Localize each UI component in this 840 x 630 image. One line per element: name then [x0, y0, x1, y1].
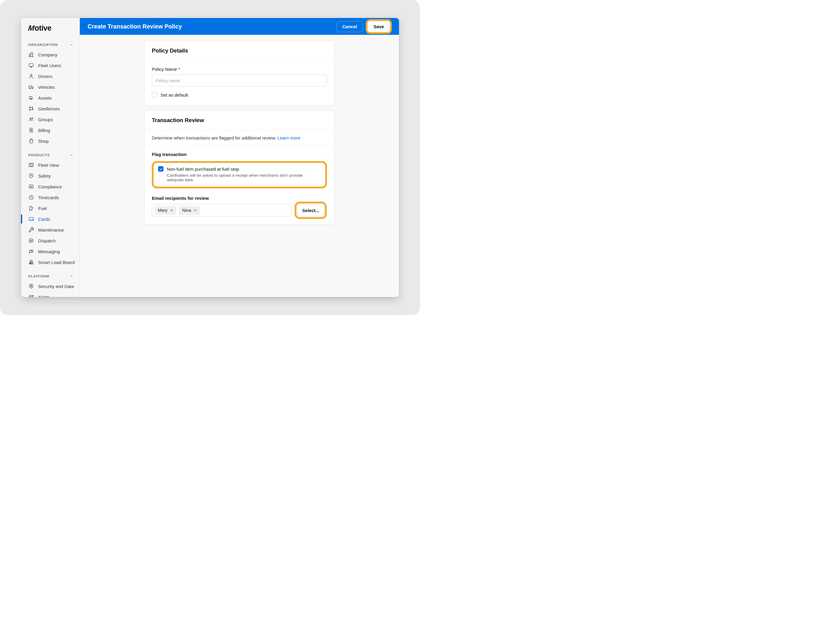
sidebar-item-alerts[interactable]: Alerts [21, 292, 79, 297]
desktop-background: Motive ORGANIZATIONCompanyFleet UsersDri… [0, 0, 420, 315]
sidebar-item-compliance[interactable]: Compliance [21, 181, 79, 192]
sidebar-item-label: Billing [38, 128, 50, 133]
sidebar-item-label: Messaging [38, 249, 60, 254]
billing-icon [28, 127, 34, 133]
maintenance-icon [28, 227, 34, 233]
policy-name-label: Policy Name * [152, 66, 327, 72]
sidebar-item-groups[interactable]: Groups [21, 114, 79, 125]
sidebar-section-label: PRODUCTS [28, 153, 50, 157]
sidebar-section-label: ORGANIZATION [28, 43, 58, 46]
compliance-icon [28, 183, 34, 189]
sidebar-nav: ORGANIZATIONCompanyFleet UsersDriversVeh… [21, 40, 79, 297]
sidebar-section-header-organization[interactable]: ORGANIZATION [21, 40, 79, 49]
chevron-up-icon [69, 43, 74, 47]
sidebar-section-products: PRODUCTSFleet ViewSafetyComplianceTimeca… [21, 151, 79, 268]
sidebar-item-messaging[interactable]: Messaging [21, 246, 79, 257]
sidebar-item-maintenance[interactable]: Maintenance [21, 224, 79, 235]
sidebar-item-dispatch[interactable]: Dispatch [21, 235, 79, 246]
sidebar-item-label: Fuel [38, 206, 47, 211]
timecards-icon [28, 194, 34, 201]
sidebar-item-label: Fleet View [38, 163, 59, 168]
sidebar-section-label: PLATFORM [28, 275, 49, 278]
page-header: Create Transaction Review Policy Cancel … [80, 18, 399, 35]
policy-details-card: Policy Details Policy Name * Set as defa… [144, 41, 335, 106]
set-default-label: Set as default [161, 92, 188, 98]
sidebar-item-label: Shop [38, 139, 49, 144]
security-and-data-icon [28, 283, 34, 289]
transaction-review-title: Transaction Review [152, 117, 327, 123]
sidebar-item-drivers[interactable]: Drivers [21, 71, 79, 82]
sidebar-item-label: Dispatch [38, 238, 55, 243]
sidebar-item-vehicles[interactable]: Vehicles [21, 82, 79, 92]
sidebar: Motive ORGANIZATIONCompanyFleet UsersDri… [21, 18, 80, 297]
non-fuel-item-sublabel: Cardholders will be asked to upload a re… [167, 173, 321, 182]
select-recipients-button[interactable]: Select... [297, 204, 324, 216]
sidebar-item-cards[interactable]: Cards [21, 213, 79, 224]
sidebar-item-geofences[interactable]: Geofences [21, 103, 79, 114]
content-area: Policy Details Policy Name * Set as defa… [80, 35, 399, 297]
cancel-button[interactable]: Cancel [336, 21, 363, 32]
policy-details-title: Policy Details [152, 47, 327, 54]
save-button[interactable]: Save [368, 21, 390, 32]
safety-icon [28, 173, 34, 179]
email-recipients-input[interactable]: MaryNina [152, 204, 291, 216]
recipient-chip-mary[interactable]: Mary [155, 206, 177, 215]
recipient-chip-label: Nina [182, 208, 191, 213]
sidebar-item-label: Smart Load Board [38, 260, 75, 265]
dispatch-icon [28, 238, 34, 243]
app-window: Motive ORGANIZATIONCompanyFleet UsersDri… [21, 18, 399, 297]
motive-logo: Motive [28, 24, 79, 32]
sidebar-item-safety[interactable]: Safety [21, 171, 79, 181]
sidebar-section-organization: ORGANIZATIONCompanyFleet UsersDriversVeh… [21, 40, 79, 147]
company-icon [28, 52, 34, 58]
sidebar-item-shop[interactable]: Shop [21, 136, 79, 147]
recipient-chip-nina[interactable]: Nina [179, 206, 200, 215]
transaction-review-description: Determine when transactions are flagged … [152, 135, 276, 141]
non-fuel-item-checkbox[interactable] [158, 166, 164, 172]
sidebar-item-label: Assets [38, 95, 52, 101]
sidebar-item-fleet-users[interactable]: Fleet Users [21, 60, 79, 71]
sidebar-item-label: Compliance [38, 184, 62, 189]
sidebar-item-label: Company [38, 52, 57, 57]
set-default-checkbox[interactable] [152, 92, 157, 98]
drivers-icon [28, 73, 34, 79]
sidebar-item-fuel[interactable]: Fuel [21, 203, 79, 213]
sidebar-section-header-platform[interactable]: PLATFORM [21, 272, 79, 281]
chevron-up-icon [69, 153, 74, 157]
assets-icon [28, 95, 34, 101]
sidebar-item-billing[interactable]: Billing [21, 125, 79, 136]
policy-name-input[interactable] [152, 74, 327, 87]
sidebar-item-security-and-data[interactable]: Security and Data [21, 281, 79, 292]
sidebar-item-smart-load-board[interactable]: Smart Load Board [21, 257, 79, 268]
email-recipients-label: Email recipients for review [152, 196, 327, 201]
sidebar-item-label: Geofences [38, 106, 60, 111]
learn-more-link[interactable]: Learn more [278, 135, 301, 141]
shop-icon [28, 138, 34, 144]
sidebar-item-label: Vehicles [38, 85, 55, 90]
cards-icon [28, 216, 34, 222]
logo-wordmark: otive [35, 24, 51, 32]
fleet-users-icon [28, 62, 34, 68]
sidebar-item-label: Fleet Users [38, 63, 61, 68]
groups-icon [28, 117, 34, 122]
recipient-chip-label: Mary [158, 208, 167, 213]
sidebar-item-fleet-view[interactable]: Fleet View [21, 159, 79, 171]
sidebar-section-header-products[interactable]: PRODUCTS [21, 151, 79, 159]
geofences-icon [28, 106, 34, 112]
sidebar-item-label: Timecards [38, 195, 59, 200]
non-fuel-item-label: Non-fuel item purchased at fuel stop [167, 166, 239, 172]
remove-recipient-icon[interactable] [193, 208, 197, 212]
sidebar-item-company[interactable]: Company [21, 49, 79, 60]
sidebar-item-label: Cards [38, 216, 50, 222]
fuel-icon [28, 205, 34, 211]
remove-recipient-icon[interactable] [169, 208, 174, 212]
flag-option-highlight: Non-fuel item purchased at fuel stop Car… [152, 161, 327, 188]
sidebar-item-label: Maintenance [38, 227, 64, 232]
sidebar-item-timecards[interactable]: Timecards [21, 192, 79, 203]
sidebar-item-label: Alerts [38, 295, 49, 297]
transaction-review-card: Transaction Review Determine when transa… [144, 111, 335, 225]
alerts-icon [28, 294, 34, 297]
sidebar-item-assets[interactable]: Assets [21, 92, 79, 103]
sidebar-item-label: Safety [38, 174, 51, 178]
messaging-icon [28, 248, 34, 254]
